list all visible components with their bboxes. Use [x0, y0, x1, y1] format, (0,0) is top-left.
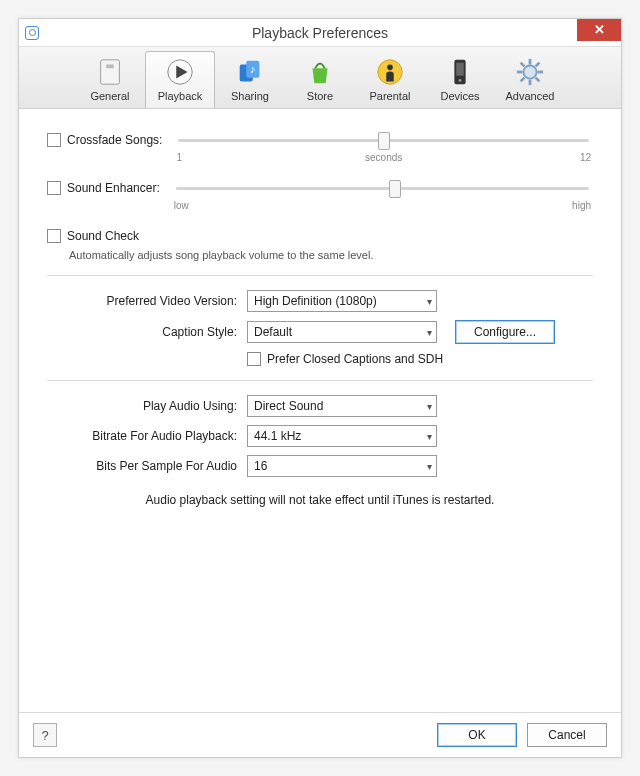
- tab-label: Devices: [428, 90, 492, 102]
- tab-label: General: [78, 90, 142, 102]
- preferences-dialog: Playback Preferences ✕ General Playback …: [18, 18, 622, 758]
- select-value: 16: [254, 459, 267, 473]
- select-value: 44.1 kHz: [254, 429, 301, 443]
- help-icon: ?: [41, 728, 48, 743]
- enhancer-checkbox[interactable]: [47, 181, 61, 195]
- prefer-cc-label: Prefer Closed Captions and SDH: [267, 352, 443, 366]
- bitrate-row: Bitrate For Audio Playback: 44.1 kHz ▾: [47, 425, 593, 447]
- soundcheck-row: Sound Check: [47, 229, 593, 243]
- general-icon: [93, 56, 127, 88]
- crossfade-checkbox[interactable]: [47, 133, 61, 147]
- tab-advanced[interactable]: Advanced: [495, 51, 565, 108]
- bitrate-label: Bitrate For Audio Playback:: [47, 429, 247, 443]
- select-value: High Definition (1080p): [254, 294, 377, 308]
- dialog-footer: ? OK Cancel: [19, 712, 621, 757]
- bits-row: Bits Per Sample For Audio 16 ▾: [47, 455, 593, 477]
- separator: [47, 380, 593, 381]
- chevron-down-icon: ▾: [427, 296, 432, 307]
- select-value: Default: [254, 325, 292, 339]
- play-audio-label: Play Audio Using:: [47, 399, 247, 413]
- separator: [47, 275, 593, 276]
- chevron-down-icon: ▾: [427, 327, 432, 338]
- button-label: Cancel: [548, 728, 585, 742]
- tab-label: Sharing: [218, 90, 282, 102]
- content-pane: Crossfade Songs: 1 seconds 12 Sound Enha…: [19, 109, 621, 712]
- button-label: OK: [468, 728, 485, 742]
- configure-button[interactable]: Configure...: [455, 320, 555, 344]
- preferred-video-label: Preferred Video Version:: [47, 294, 247, 308]
- slider-min-label: 1: [176, 152, 182, 163]
- svg-line-17: [521, 63, 525, 67]
- playback-icon: [163, 56, 197, 88]
- svg-rect-1: [106, 65, 114, 69]
- slider-thumb[interactable]: [389, 180, 401, 198]
- enhancer-label: Sound Enhancer:: [67, 181, 160, 195]
- ok-button[interactable]: OK: [437, 723, 517, 747]
- svg-point-8: [387, 65, 393, 71]
- crossfade-label: Crossfade Songs:: [67, 133, 162, 147]
- tab-parental[interactable]: Parental: [355, 51, 425, 108]
- prefer-cc-row: Prefer Closed Captions and SDH: [47, 352, 593, 366]
- svg-line-18: [536, 78, 540, 82]
- soundcheck-hint: Automatically adjusts song playback volu…: [69, 249, 593, 261]
- sharing-icon: ♪: [233, 56, 267, 88]
- chevron-down-icon: ▾: [427, 431, 432, 442]
- soundcheck-checkbox[interactable]: [47, 229, 61, 243]
- tab-label: Store: [288, 90, 352, 102]
- enhancer-row: Sound Enhancer: low high: [47, 181, 593, 211]
- slider-min-label: low: [174, 200, 189, 211]
- svg-line-19: [521, 78, 525, 82]
- preferred-video-select[interactable]: High Definition (1080p) ▾: [247, 290, 437, 312]
- play-audio-row: Play Audio Using: Direct Sound ▾: [47, 395, 593, 417]
- select-value: Direct Sound: [254, 399, 323, 413]
- titlebar: Playback Preferences ✕: [19, 19, 621, 47]
- enhancer-slider[interactable]: [176, 187, 589, 190]
- bits-label: Bits Per Sample For Audio: [47, 459, 247, 473]
- slider-max-label: 12: [580, 152, 591, 163]
- cancel-button[interactable]: Cancel: [527, 723, 607, 747]
- tab-general[interactable]: General: [75, 51, 145, 108]
- svg-point-11: [459, 79, 462, 82]
- devices-icon: [443, 56, 477, 88]
- prefer-cc-checkbox[interactable]: [247, 352, 261, 366]
- crossfade-slider[interactable]: [178, 139, 589, 142]
- soundcheck-label: Sound Check: [67, 229, 139, 243]
- gear-icon: [513, 56, 547, 88]
- slider-mid-label: seconds: [365, 152, 402, 163]
- caption-style-select[interactable]: Default ▾: [247, 321, 437, 343]
- restart-note: Audio playback setting will not take eff…: [47, 493, 593, 507]
- parental-icon: [373, 56, 407, 88]
- preferred-video-row: Preferred Video Version: High Definition…: [47, 290, 593, 312]
- tabstrip: General Playback ♪ Sharing Store Parenta…: [19, 47, 621, 109]
- tab-store[interactable]: Store: [285, 51, 355, 108]
- slider-thumb[interactable]: [378, 132, 390, 150]
- chevron-down-icon: ▾: [427, 401, 432, 412]
- chevron-down-icon: ▾: [427, 461, 432, 472]
- crossfade-row: Crossfade Songs: 1 seconds 12: [47, 133, 593, 163]
- caption-style-label: Caption Style:: [47, 325, 247, 339]
- svg-point-12: [523, 65, 536, 78]
- svg-line-20: [536, 63, 540, 67]
- store-icon: [303, 56, 337, 88]
- crossfade-slider-wrap: 1 seconds 12: [174, 133, 593, 163]
- bits-select[interactable]: 16 ▾: [247, 455, 437, 477]
- tab-playback[interactable]: Playback: [145, 51, 215, 108]
- enhancer-slider-wrap: low high: [172, 181, 593, 211]
- tab-label: Advanced: [498, 90, 562, 102]
- caption-style-row: Caption Style: Default ▾ Configure...: [47, 320, 593, 344]
- help-button[interactable]: ?: [33, 723, 57, 747]
- button-label: Configure...: [474, 325, 536, 339]
- tab-sharing[interactable]: ♪ Sharing: [215, 51, 285, 108]
- bitrate-select[interactable]: 44.1 kHz ▾: [247, 425, 437, 447]
- play-audio-select[interactable]: Direct Sound ▾: [247, 395, 437, 417]
- tab-label: Playback: [148, 90, 212, 102]
- window-title: Playback Preferences: [19, 25, 621, 41]
- svg-rect-0: [101, 60, 120, 84]
- slider-max-label: high: [572, 200, 591, 211]
- tab-devices[interactable]: Devices: [425, 51, 495, 108]
- tab-label: Parental: [358, 90, 422, 102]
- svg-text:♪: ♪: [250, 63, 256, 75]
- svg-rect-10: [456, 63, 464, 76]
